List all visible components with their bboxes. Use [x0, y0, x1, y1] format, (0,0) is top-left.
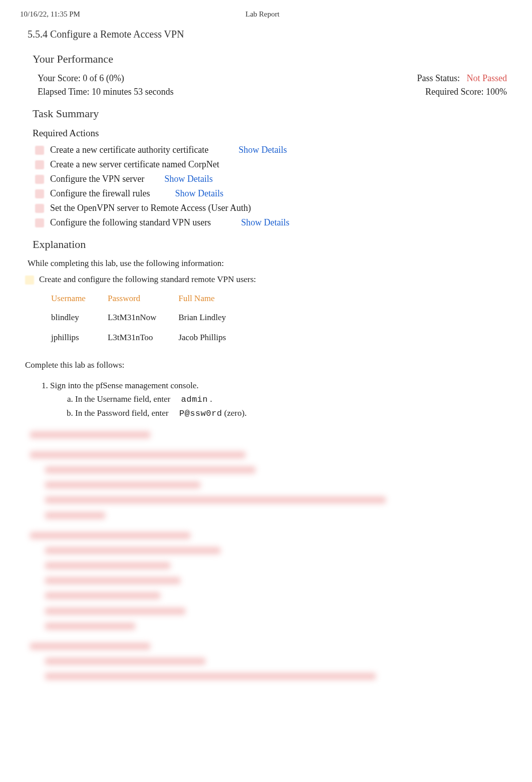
pass-line: Pass Status: Not Passed: [417, 73, 507, 84]
substep-b-val: P@ssw0rd: [179, 409, 222, 418]
show-details-link[interactable]: Show Details: [175, 188, 223, 199]
action-text: Create a new server certificate named Co…: [50, 159, 219, 170]
table-row: blindley L3tM31nNow Brian Lindley: [40, 308, 237, 328]
explanation-intro: While completing this lab, use the follo…: [28, 258, 512, 269]
table-row: jphillips L3tM31nToo Jacob Phillips: [40, 328, 237, 348]
action-row: Set the OpenVPN server to Remote Access …: [35, 203, 512, 213]
substep-a-post: .: [210, 394, 212, 404]
action-row: Create a new server certificate named Co…: [35, 159, 512, 170]
users-table: Username Password Full Name blindley L3t…: [40, 290, 237, 348]
required-value: 100%: [486, 87, 507, 97]
bullet-text: Create and configure the following stand…: [39, 275, 256, 285]
td-password: L3tM31nNow: [97, 308, 167, 328]
step1-text: Sign into the pfSense management console…: [50, 381, 199, 390]
required-line: Required Score: 100%: [425, 87, 507, 97]
performance-heading: Your Performance: [33, 53, 512, 66]
substep-b: In the Password field, enter P@ssw0rd (z…: [75, 406, 512, 420]
show-details-link[interactable]: Show Details: [238, 145, 287, 155]
th-username: Username: [40, 290, 97, 308]
score-value: 0 of 6 (0%): [83, 73, 124, 83]
step-item: Sign into the pfSense management console…: [50, 379, 512, 421]
status-dot-icon: [35, 204, 44, 213]
td-password: L3tM31nToo: [97, 328, 167, 348]
action-text: Configure the VPN server: [50, 174, 144, 184]
header-doc-title: Lab Report: [245, 10, 280, 19]
substep-a: In the Username field, enter admin .: [75, 392, 512, 406]
action-row: Configure the firewall rules Show Detail…: [35, 188, 512, 199]
substep-a-pre: In the Username field, enter: [75, 394, 172, 404]
action-text: Create a new certificate authority certi…: [50, 145, 208, 155]
action-row: Create a new certificate authority certi…: [35, 145, 512, 155]
lab-title: 5.5.4 Configure a Remote Access VPN: [28, 29, 512, 40]
score-label: Your Score:: [38, 73, 81, 83]
task-summary-heading: Task Summary: [33, 107, 512, 120]
th-password: Password: [97, 290, 167, 308]
td-username: blindley: [40, 308, 97, 328]
status-dot-icon: [35, 146, 44, 155]
score-line: Your Score: 0 of 6 (0%): [38, 73, 124, 84]
required-actions-heading: Required Actions: [33, 128, 512, 139]
td-username: jphillips: [40, 328, 97, 348]
bullet-row: Create and configure the following stand…: [25, 275, 512, 285]
show-details-link[interactable]: Show Details: [241, 217, 290, 228]
status-dot-icon: [35, 160, 44, 169]
substep-b-post: (zero).: [224, 408, 247, 418]
sub-steps: In the Username field, enter admin . In …: [55, 392, 512, 420]
td-fullname: Jacob Phillips: [167, 328, 237, 348]
table-header-row: Username Password Full Name: [40, 290, 237, 308]
action-text: Configure the firewall rules: [50, 188, 150, 199]
action-row: Configure the VPN server Show Details: [35, 174, 512, 184]
show-details-link[interactable]: Show Details: [164, 174, 213, 184]
action-row: Configure the following standard VPN use…: [35, 217, 512, 228]
pass-value: Not Passed: [467, 73, 507, 83]
action-text: Configure the following standard VPN use…: [50, 217, 211, 228]
elapsed-line: Elapsed Time: 10 minutes 53 seconds: [38, 87, 174, 97]
td-fullname: Brian Lindley: [167, 308, 237, 328]
status-dot-icon: [35, 175, 44, 184]
bullet-icon: [25, 276, 34, 285]
substep-b-pre: In the Password field, enter: [75, 408, 171, 418]
blurred-content: [30, 429, 512, 686]
action-text: Set the OpenVPN server to Remote Access …: [50, 203, 251, 213]
required-label: Required Score:: [425, 87, 483, 97]
explanation-heading: Explanation: [33, 238, 512, 251]
steps-list: Sign into the pfSense management console…: [30, 379, 512, 421]
status-dot-icon: [35, 189, 44, 198]
status-dot-icon: [35, 218, 44, 227]
substep-a-val: admin: [181, 395, 208, 404]
elapsed-value: 10 minutes 53 seconds: [92, 87, 174, 97]
elapsed-label: Elapsed Time:: [38, 87, 90, 97]
complete-lab-text: Complete this lab as follows:: [25, 360, 512, 370]
pass-label: Pass Status:: [417, 73, 460, 83]
th-fullname: Full Name: [167, 290, 237, 308]
header-datetime: 10/16/22, 11:35 PM: [20, 10, 245, 19]
